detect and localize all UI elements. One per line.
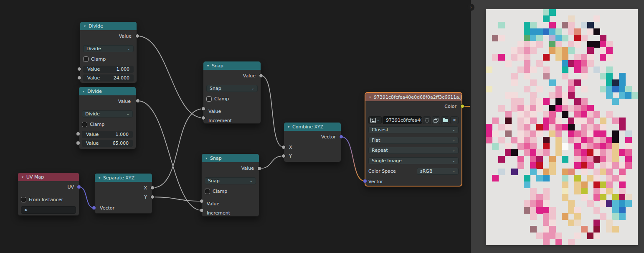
collapse-caret-icon[interactable]: ▾ [83,89,84,93]
interpolation-dropdown[interactable]: Closest ⌄ [368,126,459,133]
socket-snap-b-value-out[interactable] [257,166,261,171]
clamp-checkbox[interactable] [82,122,87,127]
clamp-checkbox[interactable] [83,56,89,62]
clamp-checkbox[interactable] [206,96,212,102]
operation-dropdown[interactable]: Snap ⌄ [205,177,256,184]
collapse-caret-icon[interactable]: ▾ [84,24,86,28]
preview-pixel [486,124,492,130]
preview-pixel [543,188,550,194]
duplicate-button[interactable] [432,116,440,124]
socket-image-vector-in[interactable] [363,179,367,183]
preview-pixel [524,143,530,150]
node-image-texture-header[interactable]: ▾ 97391c8fcfea40e0d68f0a2ff3c6611a.j... [365,93,461,101]
color-space-dropdown[interactable]: sRGB ⌄ [417,168,459,175]
node-snap-b[interactable]: ▾ Snap Value Snap ⌄ Clamp Value Incremen… [201,153,259,217]
collapse-caret-icon[interactable]: ▾ [22,175,23,179]
wire-uvmap-to-separate-vector[interactable] [79,187,94,208]
projection-dropdown[interactable]: Flat ⌄ [368,137,459,144]
panel-collapse-button[interactable]: › [467,4,474,11]
node-divide-b-header[interactable]: ▾ Divide [79,87,136,95]
socket-divide-b-value1-in[interactable] [76,132,80,136]
socket-separate-x-out[interactable] [150,186,155,190]
socket-separate-y-out[interactable] [150,195,155,199]
wire-separate-x-to-snap-a-value[interactable] [152,109,203,188]
node-separate-xyz-header[interactable]: ▾ Separate XYZ [95,174,152,182]
socket-separate-vector-in[interactable] [92,206,96,210]
value-field-2[interactable]: Value 65.000 [82,140,133,147]
node-uv-map[interactable]: ▾ UV Map UV From Instancer [18,172,79,216]
image-name-field[interactable]: 97391c8fcfea40... [383,116,422,124]
operation-dropdown[interactable]: Snap ⌄ [206,85,258,92]
node-snap-a[interactable]: ▾ Snap Value Snap ⌄ Clamp Value Incremen… [203,61,261,124]
preview-pixel [549,162,556,169]
socket-image-color-out[interactable] [460,104,464,108]
wire-snap-b-to-combine-y[interactable] [259,156,284,169]
wire-combine-to-image-vector[interactable] [341,137,365,181]
preview-pixel [612,143,619,150]
preview-pixel [524,105,530,112]
operation-dropdown[interactable]: Divide ⌄ [83,45,134,52]
node-title: Divide [89,23,103,29]
socket-divide-a-value1-in[interactable] [77,67,81,71]
wire-snap-a-to-combine-x[interactable] [261,76,284,147]
collapse-caret-icon[interactable]: ▾ [288,125,289,129]
preview-pixel [524,207,530,214]
from-instancer-checkbox[interactable] [21,197,26,202]
preview-pixel [587,47,594,54]
wire-separate-y-to-snap-b-value[interactable] [152,197,202,201]
collapse-caret-icon[interactable]: ▾ [99,176,100,180]
open-image-button[interactable] [441,116,449,124]
node-snap-b-header[interactable]: ▾ Snap [202,154,259,162]
collapse-caret-icon[interactable]: ▾ [207,64,209,68]
preview-pixel [568,105,575,112]
socket-divide-a-value-out[interactable] [135,34,139,38]
source-dropdown[interactable]: Single Image ⌄ [368,157,459,164]
node-image-texture[interactable]: ▾ 97391c8fcfea40e0d68f0a2ff3c6611a.j... … [365,92,462,186]
socket-uv-map-uv-out[interactable] [77,185,81,189]
node-divide-b[interactable]: ▾ Divide Value Divide ⌄ Clamp Value 1.00… [79,87,136,149]
preview-pixel [555,124,562,130]
socket-combine-x-in[interactable] [281,145,286,149]
wire-divide-a-to-snap-a-increment[interactable] [137,36,203,118]
value-field-2[interactable]: Value 24.000 [83,74,134,82]
node-combine-xyz-header[interactable]: ▾ Combine XYZ [284,123,341,131]
image-browse-button[interactable]: ⌄ [368,116,382,124]
node-editor-canvas[interactable]: ▾ Divide Value Divide ⌄ Clamp Value 1.00… [0,0,470,253]
preview-pixel [568,200,575,207]
socket-combine-y-in[interactable] [281,154,286,158]
preview-pixel [593,66,600,73]
preview-pixel [593,194,600,201]
socket-snap-b-increment-in[interactable] [200,208,204,212]
socket-divide-b-value-out[interactable] [136,99,140,103]
preview-pixel [600,200,606,207]
preview-pixel [524,124,530,130]
fake-user-button[interactable] [423,116,431,124]
collapse-caret-icon[interactable]: ▾ [369,95,371,99]
node-divide-a-header[interactable]: ▾ Divide [80,22,137,30]
preview-pixel [511,73,518,79]
uv-map-selector[interactable] [21,206,76,214]
socket-divide-b-value2-in[interactable] [76,141,80,145]
node-combine-xyz[interactable]: ▾ Combine XYZ Vector X Y [284,122,341,162]
preview-pixel [543,207,550,214]
unlink-button[interactable]: ✕ [450,116,459,124]
preview-pixel [562,194,568,201]
clamp-checkbox[interactable] [205,189,210,194]
socket-snap-a-increment-in[interactable] [201,116,205,120]
node-divide-a[interactable]: ▾ Divide Value Divide ⌄ Clamp Value 1.00… [80,21,137,83]
socket-combine-vector-out[interactable] [339,135,343,139]
preview-pixel [492,130,499,137]
value-field-1[interactable]: Value 1.000 [83,66,134,73]
socket-snap-b-value-in[interactable] [200,199,204,203]
socket-snap-a-value-in[interactable] [201,107,205,111]
socket-divide-a-value2-in[interactable] [77,76,81,80]
node-snap-a-header[interactable]: ▾ Snap [203,61,261,70]
collapse-caret-icon[interactable]: ▾ [205,156,207,160]
operation-dropdown[interactable]: Divide ⌄ [82,110,133,118]
preview-pixel [581,194,588,201]
node-uv-map-header[interactable]: ▾ UV Map [18,173,79,181]
value-field-1[interactable]: Value 1.000 [82,131,133,138]
node-separate-xyz[interactable]: ▾ Separate XYZ X Y Vector [94,173,152,214]
socket-snap-a-value-out[interactable] [259,74,263,78]
extension-dropdown[interactable]: Repeat ⌄ [368,147,459,154]
